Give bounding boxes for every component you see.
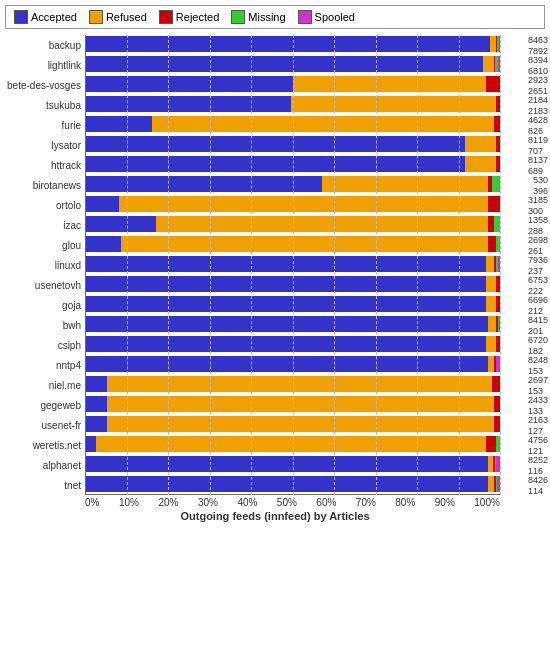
x-label-2: 20%: [158, 497, 178, 508]
legend-label-missing: Missing: [248, 11, 285, 23]
y-label-lysator: lysator: [5, 135, 85, 155]
bar-segment-spooled-linuxd: [498, 256, 500, 272]
bar-segment-accepted-httrack: [86, 156, 465, 172]
bar-segment-accepted-ortolo: [86, 196, 119, 212]
bar-values-birotanews: 530396: [533, 175, 548, 197]
bar-values-csiph: 6720182: [528, 335, 548, 357]
bar-row-tnet: 8426114: [86, 475, 500, 493]
bar-segment-accepted-backup: [86, 36, 490, 52]
bar-segment-missing-izac: [494, 216, 500, 232]
bar-values-linuxd: 7936237: [528, 255, 548, 277]
x-label-5: 50%: [277, 497, 297, 508]
bar-values-goja: 6696212: [528, 295, 548, 317]
y-label-bete-des-vosges: bete-des-vosges: [5, 75, 85, 95]
bar-row-usenetovh: 6753222: [86, 275, 500, 293]
legend-label-spooled: Spooled: [315, 11, 355, 23]
legend-item-spooled: Spooled: [298, 10, 355, 24]
bar-row-lysator: 8119707: [86, 135, 500, 153]
bar-row-alphanet: 8252116: [86, 455, 500, 473]
bar-segment-accepted-alphanet: [86, 456, 488, 472]
x-label-3: 30%: [198, 497, 218, 508]
legend-color-spooled: [298, 10, 312, 24]
y-label-izac: izac: [5, 215, 85, 235]
bar-segment-spooled-lightlink: [498, 56, 500, 72]
bar-row-backup: 84637892: [86, 35, 500, 53]
bar-row-httrack: 8137689: [86, 155, 500, 173]
bar-segment-refused-csiph: [486, 336, 496, 352]
legend-item-accepted: Accepted: [14, 10, 77, 24]
bar-segment-accepted-glou: [86, 236, 121, 252]
bar-segment-refused-httrack: [465, 156, 496, 172]
bar-segment-refused-gegeweb: [107, 396, 494, 412]
bar-segment-refused-goja: [486, 296, 496, 312]
bar-segment-refused-bwh: [488, 316, 496, 332]
y-label-nntp4: nntp4: [5, 355, 85, 375]
bar-row-lightlink: 83946810: [86, 55, 500, 73]
bar-values-lysator: 8119707: [528, 135, 548, 157]
bar-row-glou: 2698261: [86, 235, 500, 253]
bar-row-izac: 1358288: [86, 215, 500, 233]
bar-row-linuxd: 7936237: [86, 255, 500, 273]
bar-segment-accepted-bete-des-vosges: [86, 76, 293, 92]
y-label-lightlink: lightlink: [5, 55, 85, 75]
bar-segment-accepted-tnet: [86, 476, 488, 492]
bar-segment-refused-bete-des-vosges: [293, 76, 486, 92]
y-label-usenet-fr: usenet-fr: [5, 415, 85, 435]
bar-segment-accepted-tsukuba: [86, 96, 291, 112]
bar-segment-accepted-nntp4: [86, 356, 488, 372]
bar-segment-rejected-bete-des-vosges: [486, 76, 500, 92]
bar-values-nntp4: 8248153: [528, 355, 548, 377]
bar-segment-rejected-httrack: [496, 156, 500, 172]
bar-values-httrack: 8137689: [528, 155, 548, 177]
y-label-tsukuba: tsukuba: [5, 95, 85, 115]
y-label-ortolo: ortolo: [5, 195, 85, 215]
bar-segment-accepted-lightlink: [86, 56, 483, 72]
legend-color-accepted: [14, 10, 28, 24]
bar-row-birotanews: 530396: [86, 175, 500, 193]
y-label-glou: glou: [5, 235, 85, 255]
bar-values-usenet-fr: 2163127: [528, 415, 548, 437]
bar-segment-rejected-goja: [496, 296, 500, 312]
bar-segment-rejected-glou: [488, 236, 496, 252]
legend-color-refused: [89, 10, 103, 24]
bar-values-lightlink: 83946810: [528, 55, 548, 77]
bar-row-ortolo: 3185300: [86, 195, 500, 213]
y-label-goja: goja: [5, 295, 85, 315]
legend-item-missing: Missing: [231, 10, 285, 24]
x-label-8: 80%: [395, 497, 415, 508]
x-axis-container: 0%10%20%30%40%50%60%70%80%90%100%: [85, 495, 500, 508]
bar-segment-accepted-bwh: [86, 316, 488, 332]
legend-color-missing: [231, 10, 245, 24]
bar-segment-refused-niel.me: [107, 376, 492, 392]
bar-segment-rejected-usenet-fr: [494, 416, 500, 432]
bar-row-bete-des-vosges: 29232651: [86, 75, 500, 93]
bar-segment-accepted-weretis.net: [86, 436, 96, 452]
y-label-linuxd: linuxd: [5, 255, 85, 275]
bar-segment-accepted-usenetovh: [86, 276, 486, 292]
y-label-backup: backup: [5, 35, 85, 55]
y-label-weretis.net: weretis.net: [5, 435, 85, 455]
bar-segment-refused-izac: [156, 216, 487, 232]
bar-row-weretis.net: 4756121: [86, 435, 500, 453]
y-label-csiph: csiph: [5, 335, 85, 355]
bar-values-izac: 1358288: [528, 215, 548, 237]
bar-segment-accepted-izac: [86, 216, 156, 232]
bar-segment-spooled-backup: [499, 36, 500, 52]
legend-label-rejected: Rejected: [176, 11, 219, 23]
bar-segment-rejected-csiph: [496, 336, 500, 352]
bar-segment-missing-weretis.net: [496, 436, 500, 452]
legend-label-accepted: Accepted: [31, 11, 77, 23]
bar-segment-refused-lightlink: [483, 56, 493, 72]
x-label-6: 60%: [316, 497, 336, 508]
bar-segment-rejected-weretis.net: [486, 436, 496, 452]
bars-area: 8463789283946810292326512184218346288268…: [85, 35, 500, 495]
bar-values-niel.me: 2697153: [528, 375, 548, 397]
bar-segment-accepted-niel.me: [86, 376, 107, 392]
bar-row-goja: 6696212: [86, 295, 500, 313]
bar-segment-accepted-csiph: [86, 336, 486, 352]
chart-container: AcceptedRefusedRejectedMissingSpooled ba…: [0, 0, 550, 655]
bar-segment-refused-lysator: [465, 136, 496, 152]
bar-values-furie: 4628826: [528, 115, 548, 137]
x-label-0: 0%: [85, 497, 99, 508]
y-label-birotanews: birotanews: [5, 175, 85, 195]
